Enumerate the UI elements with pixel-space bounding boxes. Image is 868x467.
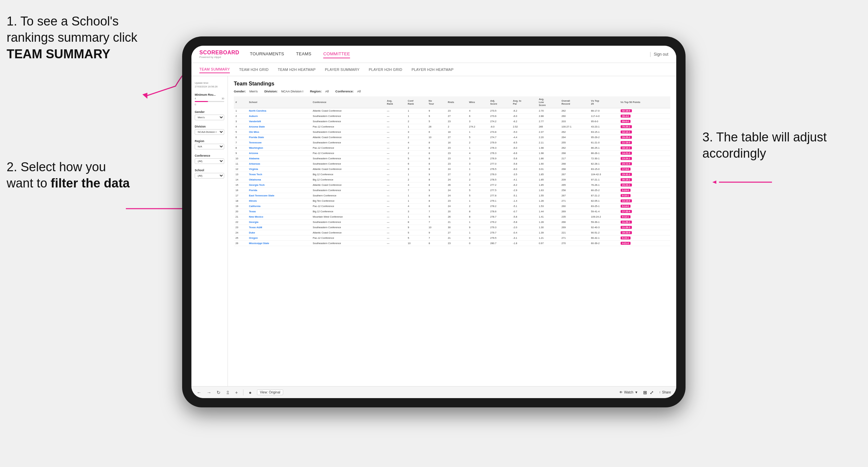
view-original-button[interactable]: View: Original: [257, 390, 283, 395]
sub-nav-team-h2h-grid[interactable]: TEAM H2H GRID: [239, 66, 269, 73]
conference-label: Conference: [195, 154, 224, 157]
table-row: 21New MexicoMountain West Conference—192…: [234, 214, 670, 220]
col-vs-top50: Vs Top 50 Points: [619, 96, 670, 108]
division-select[interactable]: NCAA Division I: [195, 129, 224, 135]
nav-bar: SCOREBOARD Powered by clippd TOURNAMENTS…: [191, 46, 676, 63]
logo-sub: Powered by clippd: [199, 56, 240, 59]
sub-nav: TEAM SUMMARY TEAM H2H GRID TEAM H2H HEAT…: [191, 63, 676, 76]
watch-chevron: ▼: [634, 391, 638, 394]
clock-icon: ●: [249, 390, 251, 395]
toolbar-icons-group: ⊞ ⤢: [643, 390, 654, 395]
col-avg-low: Avg.LowScore: [537, 96, 560, 108]
table-row: 26Mississippi StateSoutheastern Conferen…: [234, 241, 670, 246]
view-original-label: View: Original: [260, 391, 280, 394]
col-rnds: Rnds: [446, 96, 467, 108]
table-row: 25OregonPac-12 Conference—57210279.5-3.1…: [234, 236, 670, 241]
col-vs-top25: Vs Top25: [589, 96, 619, 108]
table-row: 8WashingtonPac-12 Conference—28231276.3-…: [234, 146, 670, 151]
table-filters-row: Gender: Men's Division: NCAA Division I …: [234, 89, 670, 93]
minimum-rounds-section: Minimum Rou... 4 30 0: [195, 93, 224, 106]
forward-icon[interactable]: →: [207, 390, 211, 395]
col-no-tour: NoTour: [427, 96, 446, 108]
division-filter-pill: Division: NCAA Division I: [264, 89, 303, 93]
col-rank: #: [234, 96, 247, 108]
table-row: 18IllinoisBig Ten Conference—18231279.1-…: [234, 198, 670, 204]
table-row: 5Ole MissSoutheastern Conference—3618127…: [234, 129, 670, 135]
update-time: Update time: 27/03/2024 16:56:26: [195, 82, 224, 88]
svg-marker-2: [712, 181, 716, 184]
gender-section: Gender Men's: [195, 110, 224, 120]
bottom-toolbar: ← → ↻ ⇫ + ● View: Original 👁 Watch ▼ ⊞ ⤢: [191, 386, 676, 398]
table-row: 1North CarolinaAtlantic Coast Conference…: [234, 108, 670, 114]
table-row: 24DukeAtlantic Coast Conference—59271279…: [234, 230, 670, 236]
sub-nav-player-h2h-heatmap[interactable]: PLAYER H2H HEATMAP: [412, 66, 454, 73]
filter-panel: Update time: 27/03/2024 16:56:26 Minimum…: [191, 76, 228, 386]
sub-nav-team-summary[interactable]: TEAM SUMMARY: [199, 66, 230, 73]
table-row: 14OklahomaBig 12 Conference—28242278.5-4…: [234, 177, 670, 183]
sub-nav-player-summary[interactable]: PLAYER SUMMARY: [325, 66, 359, 73]
svg-marker-0: [143, 93, 147, 99]
table-row: 22GeorgiaSoutheastern Conference—8721127…: [234, 220, 670, 225]
logo-text: SCOREBOARD: [199, 50, 240, 56]
table-row: 2AuburnSoutheastern Conference—19276273.…: [234, 114, 670, 119]
table-row: 15Georgia TechAtlantic Coast Conference—…: [234, 183, 670, 188]
refresh-icon[interactable]: ↻: [217, 390, 221, 395]
table-row: 7TennesseeSoutheastern Conference—481622…: [234, 140, 670, 146]
sign-out-link[interactable]: Sign out: [654, 52, 668, 57]
table-row: 12VirginiaAtlantic Coast Conference—3824…: [234, 166, 670, 172]
watch-button[interactable]: 👁 Watch ▼: [619, 391, 638, 394]
table-header-row: # School Conference Avg.Rank ConfRank No…: [234, 96, 670, 108]
main-content: Update time: 27/03/2024 16:56:26 Minimum…: [191, 76, 676, 386]
annotation-3: 3. The table will adjust accordingly: [703, 129, 861, 162]
annotation-1: 1. To see a School's rankings summary cl…: [7, 13, 165, 62]
region-label: Region: [195, 139, 224, 143]
sub-nav-player-h2h-grid[interactable]: PLAYER H2H GRID: [369, 66, 402, 73]
table-row: 6Florida StateAtlantic Coast Conference—…: [234, 135, 670, 140]
table-row: 9ArizonaPac-12 Conference—28234276.3-6.6…: [234, 151, 670, 156]
col-conf-rank: ConfRank: [406, 96, 427, 108]
toolbar-divider: [243, 390, 243, 396]
col-wins: Wins: [467, 96, 489, 108]
minimum-rounds-label: Minimum Rou...: [195, 93, 224, 96]
eye-icon: 👁: [619, 391, 623, 394]
grid-icon[interactable]: ⊞: [643, 390, 647, 395]
col-conference: Conference: [311, 96, 385, 108]
conference-select[interactable]: (All): [195, 158, 224, 164]
table-row: 11ArkansasSoutheastern Conference—682332…: [234, 161, 670, 166]
region-section: Region N/A: [195, 139, 224, 149]
conference-section: Conference (All): [195, 154, 224, 164]
nav-items: TOURNAMENTS TEAMS COMMITTEE: [250, 50, 450, 58]
add-icon[interactable]: +: [235, 390, 238, 395]
nav-item-committee[interactable]: COMMITTEE: [323, 50, 350, 58]
expand-icon[interactable]: ⤢: [650, 390, 654, 395]
table-row: 17East Tennessee StateSouthern Conferenc…: [234, 193, 670, 198]
tablet-screen: SCOREBOARD Powered by clippd TOURNAMENTS…: [191, 46, 676, 398]
col-adj-score: Adj.Score: [489, 96, 511, 108]
gender-filter-pill: Gender: Men's: [234, 89, 258, 93]
col-avg-rank: Avg.Rank: [385, 96, 406, 108]
col-avg-par: Avg. toPar: [511, 96, 537, 108]
division-label: Division: [195, 125, 224, 128]
table-row: 16FloridaSoutheastern Conference—7924527…: [234, 188, 670, 193]
region-select[interactable]: N/A: [195, 144, 224, 149]
toolbar-right: 👁 Watch ▼ ⊞ ⤢ ↑ Share: [619, 390, 671, 395]
arrow-3-icon: [712, 169, 779, 195]
table-row: 10AlabamaSoutheastern Conference—5823327…: [234, 156, 670, 161]
school-label: School: [195, 168, 224, 172]
logo-area: SCOREBOARD Powered by clippd: [199, 50, 240, 59]
nav-item-tournaments[interactable]: TOURNAMENTS: [250, 50, 284, 58]
region-filter-pill: Region: All: [310, 89, 329, 93]
minimum-rounds-slider[interactable]: [195, 101, 224, 102]
table-row: 13Texas TechBig 12 Conference—19272276.0…: [234, 172, 670, 177]
sub-nav-team-h2h-heatmap[interactable]: TEAM H2H HEATMAP: [278, 66, 316, 73]
annotation-2: 2. Select how you want to filter the dat…: [7, 159, 132, 192]
gender-select[interactable]: Men's: [195, 115, 224, 120]
share-button[interactable]: ↑ Share: [659, 391, 671, 394]
share-icon[interactable]: ⇫: [226, 390, 230, 395]
col-overall-record: OverallRecord: [560, 96, 589, 108]
table-row: 4Arizona StatePac-12 Conference—1262274.…: [234, 124, 670, 129]
nav-item-teams[interactable]: TEAMS: [296, 50, 311, 58]
school-select[interactable]: (All): [195, 173, 224, 179]
back-icon[interactable]: ←: [197, 390, 202, 395]
tablet-frame: SCOREBOARD Powered by clippd TOURNAMENTS…: [182, 36, 685, 407]
